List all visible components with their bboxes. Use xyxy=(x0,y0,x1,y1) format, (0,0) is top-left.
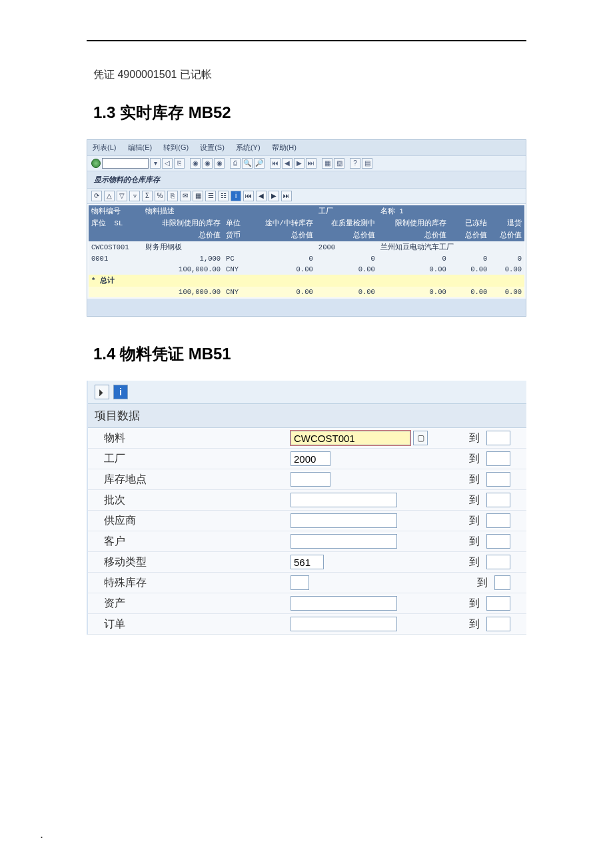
row-plant: 工厂 到 xyxy=(88,449,526,469)
col-icon[interactable]: ☰ xyxy=(205,191,216,201)
layout-icon[interactable]: ▦ xyxy=(322,158,332,169)
col-name: 名称 1 xyxy=(378,205,449,217)
row-order: 订单 到 xyxy=(88,614,526,635)
info-icon[interactable]: i xyxy=(231,191,241,201)
save-icon[interactable]: ◁ xyxy=(162,158,173,169)
row-sloc: 库存地点 到 xyxy=(88,469,526,490)
row-vendor: 供应商 到 xyxy=(88,511,526,531)
sum-icon[interactable]: Σ xyxy=(142,191,153,201)
nav-first-icon[interactable]: ⏮ xyxy=(243,191,254,201)
batch-to-field[interactable] xyxy=(486,493,510,507)
save2-icon[interactable]: ⎘ xyxy=(174,158,185,169)
sloc-to-field[interactable] xyxy=(486,472,510,487)
subtotal-icon[interactable]: % xyxy=(155,191,165,201)
nav-last-icon[interactable]: ⏭ xyxy=(281,191,292,201)
stock-table: 物料编号 物料描述 工厂 名称 1 库位 SL 非限制使用的库存 单位 途中/中… xyxy=(89,205,524,297)
menu-edit[interactable]: 编辑(E) xyxy=(128,143,153,151)
nextpage-icon[interactable]: ▶ xyxy=(294,158,305,169)
export-icon[interactable]: ⎘ xyxy=(167,191,178,201)
mb51-toolbar: ⏵ i xyxy=(88,381,526,404)
print-icon[interactable]: ⎙ xyxy=(230,158,241,169)
more-icon[interactable]: ▤ xyxy=(362,158,372,169)
cancel-icon[interactable]: ◉ xyxy=(214,158,225,169)
sloc-field[interactable] xyxy=(291,472,330,487)
find-icon[interactable]: 🔍 xyxy=(242,158,253,169)
to-label: 到 xyxy=(453,514,480,528)
section-1-3-heading: 1.3 实时库存 MB52 xyxy=(93,102,573,123)
total-values-row: 100,000.00 CNY 0.00 0.00 0.00 0.00 0.00 xyxy=(89,287,524,297)
mail-icon[interactable]: ✉ xyxy=(180,191,191,201)
row-material: 物料 ▢ 到 xyxy=(88,428,526,449)
back-icon[interactable]: ◉ xyxy=(190,158,201,169)
page-top-rule xyxy=(87,40,526,41)
nav-prev-icon[interactable]: ◀ xyxy=(256,191,267,201)
to-label: 到 xyxy=(453,555,480,569)
menu-list[interactable]: 列表(L) xyxy=(93,143,116,151)
grid-icon[interactable]: ▦ xyxy=(193,191,203,201)
info-icon[interactable]: i xyxy=(113,385,128,399)
col-desc: 物料描述 xyxy=(143,205,248,217)
table-row[interactable]: 100,000.00 CNY 0.00 0.00 0.00 0.00 0.00 xyxy=(89,264,524,275)
nav-next-icon[interactable]: ▶ xyxy=(269,191,279,201)
row-asset: 资产 到 xyxy=(88,593,526,614)
vendor-to-field[interactable] xyxy=(486,513,510,528)
material-f4-icon[interactable]: ▢ xyxy=(413,431,428,445)
special-to-field[interactable] xyxy=(494,575,510,590)
batch-field[interactable] xyxy=(291,493,397,507)
customer-to-field[interactable] xyxy=(486,534,510,549)
asset-label: 资产 xyxy=(104,597,291,611)
mvt-label: 移动类型 xyxy=(104,555,291,569)
menu-help[interactable]: 帮助(H) xyxy=(272,143,297,151)
exit-icon[interactable]: ◉ xyxy=(202,158,213,169)
col-plant: 工厂 xyxy=(316,205,378,217)
mvt-field[interactable] xyxy=(291,555,324,569)
asset-to-field[interactable] xyxy=(486,596,510,611)
material-field[interactable] xyxy=(291,431,410,445)
sortasc-icon[interactable]: △ xyxy=(104,191,115,201)
filter-icon[interactable]: ▿ xyxy=(129,191,140,201)
special-field[interactable] xyxy=(291,575,309,590)
menu-system[interactable]: 系统(Y) xyxy=(236,143,261,151)
special-label: 特殊库存 xyxy=(104,576,291,590)
findnext-icon[interactable]: 🔎 xyxy=(254,158,265,169)
to-label: 到 xyxy=(453,473,480,487)
screen-title: 显示物料的仓库库存 xyxy=(87,171,526,188)
sloc-label: 库存地点 xyxy=(104,473,291,487)
plant-field[interactable] xyxy=(291,451,330,466)
lastpage-icon[interactable]: ⏭ xyxy=(306,158,316,169)
to-label: 到 xyxy=(453,597,480,611)
customer-field[interactable] xyxy=(291,534,397,549)
order-label: 订单 xyxy=(104,617,291,631)
command-field[interactable] xyxy=(102,158,149,169)
sortdesc-icon[interactable]: ▽ xyxy=(117,191,127,201)
execute-icon[interactable]: ⏵ xyxy=(95,385,109,399)
prevpage-icon[interactable]: ◀ xyxy=(282,158,293,169)
total-label-row: * 总计 xyxy=(89,275,524,287)
row-special: 特殊库存 到 xyxy=(88,573,526,593)
row-mvt: 移动类型 到 xyxy=(88,552,526,573)
col-material: 物料编号 xyxy=(89,205,143,217)
to-label: 到 xyxy=(453,452,480,466)
dropdown-icon[interactable]: ▾ xyxy=(150,158,161,169)
mvt-to-field[interactable] xyxy=(486,555,510,569)
menu-goto[interactable]: 转到(G) xyxy=(163,143,189,151)
batch-label: 批次 xyxy=(104,493,291,507)
help-icon[interactable]: ? xyxy=(350,158,360,169)
refresh-icon[interactable]: ⟳ xyxy=(91,191,102,201)
table-row[interactable]: 0001 1,000 PC 0 0 0 0 0 xyxy=(89,253,524,264)
menubar: 列表(L) 编辑(E) 转到(G) 设置(S) 系统(Y) 帮助(H) xyxy=(87,140,526,155)
panel-title: 项目数据 xyxy=(88,404,526,428)
order-to-field[interactable] xyxy=(486,617,510,631)
order-field[interactable] xyxy=(291,617,397,631)
material-to-field[interactable] xyxy=(486,431,510,445)
menu-settings[interactable]: 设置(S) xyxy=(200,143,225,151)
plant-to-field[interactable] xyxy=(486,451,510,466)
layout2-icon[interactable]: ▧ xyxy=(334,158,344,169)
asset-field[interactable] xyxy=(291,596,397,611)
ok-icon[interactable] xyxy=(91,159,101,168)
col2-icon[interactable]: ☷ xyxy=(218,191,229,201)
firstpage-icon[interactable]: ⏮ xyxy=(270,158,281,169)
table-row[interactable]: CWCOST001 财务用钢板 2000 兰州知豆电动汽车工厂 xyxy=(89,241,524,253)
vendor-field[interactable] xyxy=(291,513,397,528)
customer-label: 客户 xyxy=(104,535,291,549)
